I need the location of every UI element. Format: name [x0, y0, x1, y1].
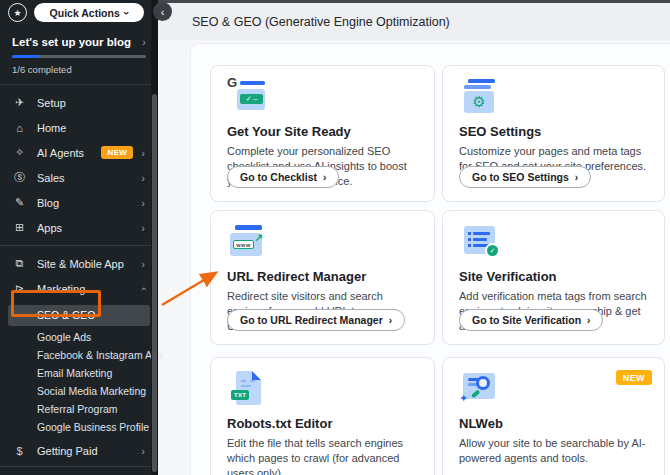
home-icon: ⌂ [12, 122, 27, 134]
redirect-arrow-icon [254, 232, 263, 245]
blog-setup-banner[interactable]: Let's set up your blog › 1/6 completed [0, 25, 158, 85]
chevron-right-icon: › [587, 315, 590, 326]
sidebar-item-label: Setup [37, 97, 145, 109]
site-verification-icon [459, 224, 505, 261]
sidebar-item-label: AI Agents [37, 147, 101, 159]
quick-actions-button[interactable]: Quick Actions › [34, 3, 144, 22]
star-icon: ★ [13, 8, 21, 18]
chevron-right-icon: › [141, 172, 145, 184]
card-title: SEO Settings [459, 124, 648, 139]
sidebar-item-label: Getting Paid [37, 445, 141, 457]
sidebar: ★ Quick Actions › Let's set up your blog… [0, 0, 158, 475]
chevron-right-icon: › [575, 172, 578, 183]
nlweb-icon [459, 371, 505, 408]
card-seo-settings: SEO Settings Customize your pages and me… [442, 65, 665, 202]
card-site-verification: Site Verification Add verification meta … [442, 210, 665, 345]
setup-progress-fill [12, 55, 39, 58]
sidebar-item-getting-paid[interactable]: $ Getting Paid › [0, 438, 158, 463]
new-badge: NEW [616, 370, 652, 385]
card-description: Edit the file that tells search engines … [227, 436, 418, 475]
marketing-submenu: SEO & GEO Google Ads Facebook & Instagra… [0, 301, 158, 438]
sidebar-item-ai-agents[interactable]: ✧ AI Agents NEW › [0, 140, 158, 165]
sidebar-item-label: Home [37, 122, 145, 134]
go-to-seo-settings-button[interactable]: Go to SEO Settings › [459, 166, 591, 188]
submenu-item-google-ads[interactable]: Google Ads [0, 328, 158, 346]
go-to-site-verification-button[interactable]: Go to Site Verification › [459, 309, 603, 331]
new-badge: NEW [101, 146, 133, 159]
card-title: Site Verification [459, 269, 648, 284]
gear-icon [464, 91, 494, 113]
sparkle-icon [459, 392, 468, 405]
page-header: SEO & GEO (Generative Engine Optimizatio… [158, 3, 670, 40]
getting-paid-icon: $ [12, 445, 27, 457]
chevron-down-icon: › [121, 11, 133, 15]
apps-grid-icon: ⊞ [12, 221, 27, 234]
submenu-item-social-media-marketing[interactable]: Social Media Marketing [0, 382, 158, 400]
annotation-highlight-box [11, 290, 101, 317]
checklist-icon: G [227, 79, 273, 116]
sidebar-item-label: Apps [37, 222, 141, 234]
sidebar-item-sales[interactable]: ⓢ Sales › [0, 165, 158, 190]
sidebar-divider [0, 245, 158, 246]
card-nlweb: NEW NLWeb Allow your site to be searchab… [442, 357, 665, 475]
blog-pen-icon: ✎ [12, 196, 27, 209]
chevron-right-icon: › [141, 222, 145, 234]
card-description: Allow your site to be searchable by AI-p… [459, 436, 648, 466]
setup-progress-label: 1/6 completed [12, 64, 146, 75]
sidebar-item-blog[interactable]: ✎ Blog › [0, 190, 158, 215]
card-url-redirect-manager: www URL Redirect Manager Redirect site v… [210, 210, 435, 345]
quick-actions-label: Quick Actions [50, 7, 120, 19]
sparkle-icon: ✧ [12, 146, 27, 159]
go-to-url-redirect-manager-button[interactable]: Go to URL Redirect Manager › [227, 309, 405, 331]
seo-settings-icon [459, 79, 505, 116]
chevron-right-icon: › [141, 258, 145, 270]
sidebar-item-setup[interactable]: ✈ Setup [0, 90, 158, 115]
sidebar-item-label: Blog [37, 197, 141, 209]
sidebar-item-site-mobile-app[interactable]: ⧉ Site & Mobile App › [0, 251, 158, 276]
devices-icon: ⧉ [12, 257, 27, 270]
setup-icon: ✈ [12, 96, 27, 109]
go-to-checklist-button[interactable]: Go to Checklist › [227, 166, 339, 188]
setup-banner-title: Let's set up your blog [12, 36, 131, 48]
card-title: URL Redirect Manager [227, 269, 418, 284]
quick-actions-row: ★ Quick Actions › [0, 0, 158, 25]
shield-check-icon [485, 243, 500, 258]
card-title: Get Your Site Ready [227, 124, 418, 139]
sidebar-item-label: Sales [37, 172, 141, 184]
sidebar-item-apps[interactable]: ⊞ Apps › [0, 215, 158, 240]
submenu-item-google-business-profile[interactable]: Google Business Profile [0, 418, 158, 436]
sidebar-nav: ✈ Setup ⌂ Home ✧ AI Agents NEW › ⓢ Sales… [0, 85, 158, 475]
card-robots-txt-editor: TXT Robots.txt Editor Edit the file that… [210, 357, 435, 475]
sidebar-item-label: Site & Mobile App [37, 258, 141, 270]
main-area: SEO & GEO (Generative Engine Optimizatio… [158, 0, 670, 475]
page-title: SEO & GEO (Generative Engine Optimizatio… [192, 15, 450, 29]
robots-txt-icon: TXT [227, 371, 273, 408]
edit-site-button[interactable]: ✎ Edit Site [0, 466, 158, 475]
chevron-right-icon: › [142, 36, 146, 48]
chevron-right-icon: › [141, 197, 145, 209]
chevron-right-icon: › [389, 315, 392, 326]
chevron-up-icon: › [137, 287, 149, 291]
favorites-star-button[interactable]: ★ [8, 3, 27, 22]
chevron-right-icon: › [141, 445, 145, 457]
card-title: NLWeb [459, 416, 648, 431]
chevron-left-icon: ‹ [161, 6, 165, 18]
submenu-item-facebook-instagram-ads[interactable]: Facebook & Instagram Ads [0, 346, 158, 364]
sidebar-collapse-button[interactable]: ‹ [153, 2, 172, 21]
chevron-right-icon: › [323, 172, 326, 183]
card-get-your-site-ready: G Get Your Site Ready Complete your pers… [210, 65, 435, 202]
sidebar-item-home[interactable]: ⌂ Home [0, 115, 158, 140]
card-title: Robots.txt Editor [227, 416, 418, 431]
magnifier-icon [476, 376, 490, 390]
sales-dollar-icon: ⓢ [12, 170, 27, 185]
annotation-arrow [150, 255, 240, 315]
setup-progress-bar [12, 55, 146, 58]
chevron-right-icon: › [141, 147, 145, 159]
submenu-item-referral-program[interactable]: Referral Program [0, 400, 158, 418]
submenu-item-email-marketing[interactable]: Email Marketing [0, 364, 158, 382]
